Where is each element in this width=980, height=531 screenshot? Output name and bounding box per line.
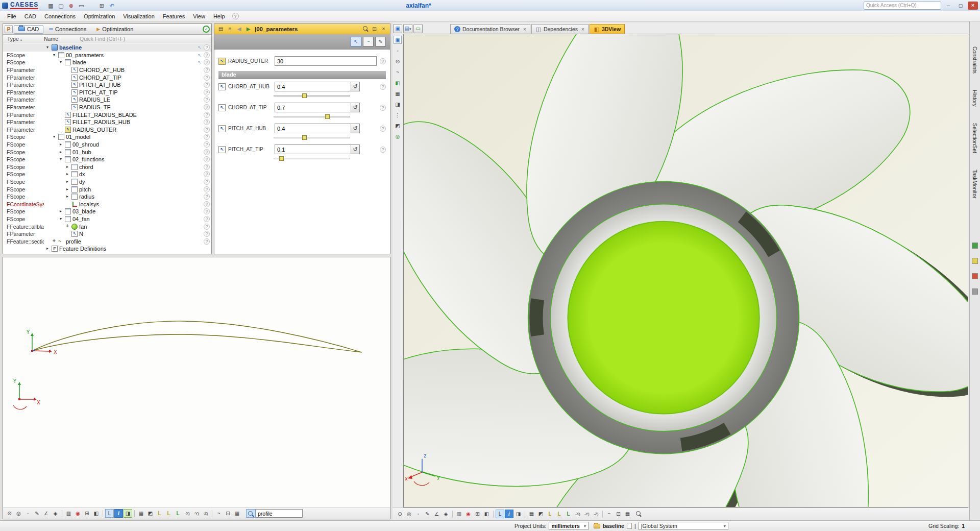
viewport-search-input[interactable] [256, 509, 303, 518]
expander-icon[interactable] [52, 53, 57, 58]
sidetab-taskmonitor[interactable]: TaskMonitor [972, 165, 978, 203]
snapshot-icon[interactable]: ⊡ [614, 510, 623, 518]
point-icon[interactable]: ◦ [23, 509, 32, 518]
menu-file[interactable]: File [3, 12, 20, 20]
clip-plane-icon[interactable]: ◧ [92, 509, 101, 518]
pitch-at-tip-slider[interactable] [274, 155, 350, 161]
mesh-icon[interactable]: ▦ [527, 510, 536, 518]
quick-find-input[interactable] [80, 36, 211, 42]
expander-icon[interactable] [58, 60, 63, 65]
help-icon[interactable] [204, 141, 210, 148]
help-icon[interactable] [204, 156, 210, 162]
quick-access-input[interactable] [864, 2, 941, 10]
units-dropdown[interactable]: millimeters [549, 522, 588, 530]
tree-row-blade[interactable]: FScopeblade [3, 59, 211, 66]
view-neg-y-icon[interactable]: -Y) [582, 510, 591, 518]
tree-row-radius-le[interactable]: FParameterRADIUS_LE [3, 96, 211, 104]
folder-dropdown-button[interactable]: ▤ [403, 24, 412, 33]
help-icon[interactable] [380, 58, 386, 64]
slider-thumb[interactable] [302, 135, 307, 140]
reset-icon[interactable]: ↺ [351, 144, 360, 154]
slider-track[interactable] [274, 116, 350, 117]
help-icon[interactable] [204, 194, 210, 200]
status-swatch-yellow[interactable] [972, 258, 978, 264]
tree-row-01-hub[interactable]: FScope01_hub [3, 148, 211, 156]
help-icon[interactable] [204, 231, 210, 237]
settings-icon[interactable]: ⊙ [396, 510, 404, 518]
expander-icon[interactable] [45, 45, 50, 50]
view-neg-x-icon[interactable]: -X) [573, 510, 582, 518]
project-pin-button[interactable]: P [5, 25, 13, 33]
chord-at-tip-slider[interactable] [274, 113, 350, 119]
tree-row-pitch[interactable]: FScopepitch [3, 185, 211, 193]
help-icon[interactable] [204, 67, 210, 73]
surface-icon[interactable]: ◩ [146, 509, 155, 518]
snap-icon[interactable]: ◎ [14, 509, 23, 518]
expander-icon[interactable] [52, 238, 57, 244]
tab-optimization[interactable]: ▶ Optimization [92, 25, 138, 34]
selection-cube-icon[interactable]: ▣ [394, 36, 402, 44]
editor-panel-icon[interactable]: ▤ [217, 25, 225, 33]
tree-row-feature-definitions[interactable]: Feature Definitions [3, 245, 211, 253]
help-icon[interactable] [204, 127, 210, 133]
status-swatch-red[interactable] [972, 273, 978, 279]
view-neg-z-icon[interactable]: -Z) [592, 510, 600, 518]
curve-tool-button[interactable]: ~ [363, 37, 374, 46]
menu-cad[interactable]: CAD [20, 12, 40, 20]
surface-tool-icon[interactable]: ◧ [394, 79, 402, 87]
help-icon[interactable] [204, 164, 210, 170]
expander-icon[interactable] [58, 209, 63, 214]
table-view-icon[interactable]: ⊞ [473, 510, 482, 518]
table-view-icon[interactable]: ⊞ [83, 509, 91, 518]
help-icon[interactable] [204, 119, 210, 125]
menu-view[interactable]: View [189, 12, 209, 20]
3d-viewport[interactable]: x y z [403, 34, 968, 508]
grid-icon[interactable]: ▦ [233, 509, 241, 518]
info-icon[interactable]: i [505, 510, 513, 518]
tree-row-dx[interactable]: FScopedx [3, 171, 211, 178]
clip-plane-icon[interactable]: ◧ [482, 510, 491, 518]
sidetab-history[interactable]: History [972, 85, 978, 111]
sketch-pen-icon[interactable]: ✎ [423, 510, 432, 518]
shapes-icon[interactable]: ◈ [442, 510, 450, 518]
frame-yellow-icon[interactable]: L [155, 509, 164, 518]
status-swatch-gray[interactable] [972, 288, 978, 295]
tree-row-chord[interactable]: FScopechord [3, 163, 211, 171]
expander-icon[interactable] [58, 216, 63, 222]
save-icon[interactable] [87, 1, 96, 10]
help-icon[interactable] [204, 224, 210, 230]
tree-row-chord-at-hub[interactable]: FParameterCHORD_AT_HUB [3, 66, 211, 74]
slider-track[interactable] [274, 95, 350, 96]
chord-at-hub-input[interactable] [275, 82, 351, 91]
pitch-at-tip-input[interactable] [275, 144, 351, 154]
slider-thumb[interactable] [302, 93, 307, 98]
fan-3d-render[interactable]: x y z [404, 34, 968, 507]
point-tool-icon[interactable]: ◦ [394, 46, 402, 55]
measure-icon[interactable]: ∠ [42, 509, 51, 518]
help-icon[interactable] [204, 149, 210, 155]
tab-documentation-browser[interactable]: ? Documentation Browser [450, 24, 530, 34]
grid-icon[interactable]: ▦ [623, 510, 632, 518]
view-neg-y-icon[interactable]: -Y) [192, 509, 201, 518]
menu-visualization[interactable]: Visualization [119, 12, 159, 20]
column-name[interactable]: Name [44, 36, 80, 42]
brep-tool-icon[interactable]: ▦ [394, 89, 402, 98]
menu-features[interactable]: Features [159, 12, 189, 20]
tree-row-chord-at-tip[interactable]: FParameterCHORD_AT_TIP [3, 74, 211, 81]
expander-icon[interactable] [65, 194, 70, 199]
tree-row-localsys[interactable]: FCoordinateSys...localsys [3, 200, 211, 208]
tab-connections[interactable]: ∞ Connections [44, 25, 91, 34]
wrench-icon[interactable]: ⊙ [394, 57, 402, 65]
help-icon[interactable] [380, 126, 386, 132]
tab-3dview[interactable]: ◧ 3DView [590, 24, 625, 34]
close-button[interactable] [968, 2, 978, 10]
measure-icon[interactable]: ∠ [432, 510, 441, 518]
reset-icon[interactable]: ↺ [351, 124, 360, 133]
maximize-button[interactable] [955, 2, 966, 10]
open-project-icon[interactable]: ▭ [77, 1, 86, 10]
frame-yellow-icon[interactable]: L [546, 510, 554, 518]
expander-icon[interactable] [52, 134, 57, 139]
frame-green-icon[interactable]: L [174, 509, 182, 518]
offset-tool-icon[interactable]: ◨ [394, 100, 402, 108]
help-icon[interactable] [204, 134, 210, 140]
